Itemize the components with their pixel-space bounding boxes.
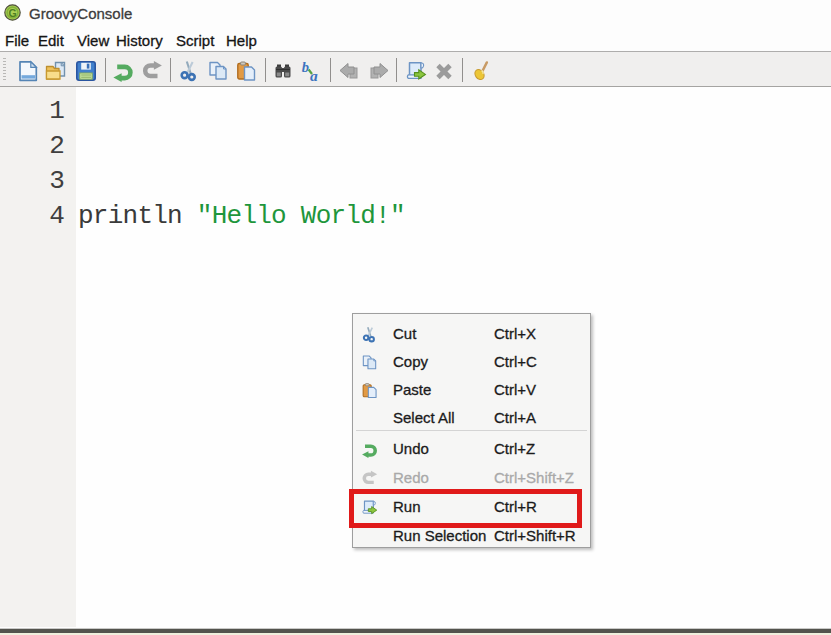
svg-text:G: G: [8, 7, 16, 19]
